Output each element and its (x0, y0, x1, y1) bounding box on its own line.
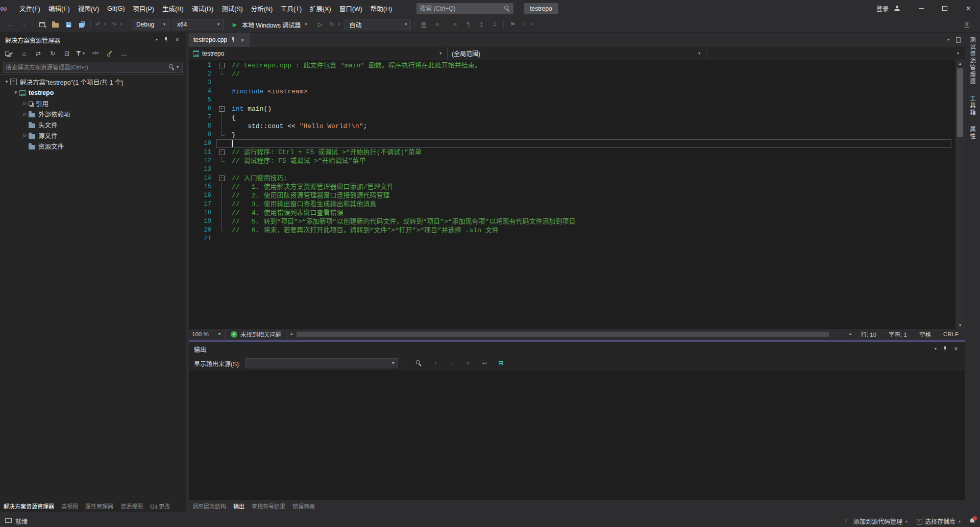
line-number[interactable]: 6 (189, 105, 215, 113)
right-tool-tab-2[interactable]: 属性 (968, 126, 976, 140)
fold-toggle-icon[interactable]: - (219, 63, 225, 68)
menu-item-11[interactable]: 窗口(W) (335, 0, 366, 17)
tree-item-header-files[interactable]: 头文件 (0, 119, 186, 130)
left-dock-tab-0[interactable]: 解决方案资源管理器 (0, 502, 58, 510)
line-number[interactable]: 7 (189, 113, 215, 122)
code-line-8[interactable]: 8 std::cout << "Hello World!\n"; (189, 122, 965, 131)
find-message-button[interactable] (413, 357, 425, 369)
filter-button[interactable]: ▾ (75, 47, 87, 60)
line-number[interactable]: 15 (189, 183, 215, 191)
sync-with-active-document-button[interactable]: ⇄ (32, 47, 44, 60)
code-line-12[interactable]: 12// 调试程序: F5 或调试 >“开始调试”菜单 (189, 157, 965, 165)
line-ops-button[interactable]: ≡ (449, 18, 461, 31)
search-options-caret-icon[interactable]: ▾ (175, 63, 180, 72)
fold-toggle-icon[interactable]: - (219, 149, 225, 155)
new-project-button[interactable] (36, 18, 48, 31)
code-line-5[interactable]: 5 (189, 96, 965, 105)
panel-tab-0[interactable]: 调用层次结构 (189, 502, 230, 510)
scope-dropdown[interactable]: (全局范围) ▾ (448, 47, 706, 60)
pin-panel-icon[interactable] (163, 37, 168, 43)
next-bookmark-button[interactable]: ↧ (488, 18, 501, 31)
scroll-right-icon[interactable]: ▸ (846, 330, 854, 339)
window-position-icon[interactable]: ▾ (933, 344, 938, 354)
save-all-button[interactable] (76, 18, 88, 31)
menu-item-4[interactable]: 项目(P) (129, 0, 158, 17)
close-button[interactable]: × (957, 0, 980, 17)
code-line-19[interactable]: 19// 5. 转到“项目”>“添加新项”以创建新的代码文件，或转到“项目”>“… (189, 217, 965, 226)
code-line-20[interactable]: 20// 6. 将来，若要再次打开此项目，请转到“文件”>“打开”>“项目”并选… (189, 226, 965, 235)
code-line-4[interactable]: 4#include <iostream> (189, 87, 965, 96)
clear-bookmarks-button[interactable]: ⚐▾ (520, 18, 535, 31)
menu-item-1[interactable]: 编辑(E) (44, 0, 74, 17)
window-position-icon[interactable]: ▾ (154, 35, 159, 44)
code-line-17[interactable]: 17// 3. 使用输出窗口查看生成输出和其他消息 (189, 200, 965, 209)
navigate-forward-button[interactable]: → (18, 18, 30, 31)
pin-panel-icon[interactable] (942, 346, 947, 352)
global-search-input[interactable] (420, 5, 504, 12)
line-number[interactable]: 13 (189, 165, 215, 174)
code-editor[interactable]: 1-// testrepo.cpp : 此文件包含 "main" 函数。程序执行… (189, 60, 965, 329)
switch-views-button[interactable]: ▾ (4, 47, 16, 60)
code-line-11[interactable]: 11-// 运行程序: Ctrl + F5 或调试 >“开始执行(不调试)”菜单 (189, 148, 965, 157)
close-panel-icon[interactable]: × (173, 35, 182, 44)
document-list-dropdown-icon[interactable]: ▾ (946, 35, 951, 44)
tree-expander-icon[interactable]: ▼ (3, 80, 10, 84)
user-profile-icon[interactable] (894, 6, 900, 12)
line-number[interactable]: 19 (189, 217, 215, 226)
line-number[interactable]: 18 (189, 209, 215, 217)
solution-platform-combo[interactable]: x64▾ (173, 19, 224, 30)
scroll-down-icon[interactable]: ▾ (955, 322, 965, 329)
menu-item-12[interactable]: 帮助(H) (366, 0, 396, 17)
line-number[interactable]: 11 (189, 148, 215, 157)
line-number[interactable]: 8 (189, 122, 215, 131)
scroll-up-icon[interactable]: ▴ (955, 60, 965, 67)
tree-item-source-files[interactable]: ▷源文件 (0, 130, 186, 141)
editor-options-icon[interactable] (956, 37, 961, 43)
previous-message-button[interactable]: ↑ (429, 357, 442, 369)
output-source-combo[interactable]: ▾ (245, 358, 398, 368)
toggle-word-wrap-button[interactable]: ↩ (478, 357, 491, 369)
code-line-15[interactable]: 15// 1. 使用解决方案资源管理器窗口添加/管理文件 (189, 183, 965, 191)
code-line-6[interactable]: 6-int main() (189, 105, 965, 113)
line-number[interactable]: 4 (189, 87, 215, 96)
code-line-16[interactable]: 16// 2. 使用团队资源管理器窗口连接到源代码管理 (189, 191, 965, 200)
document-tab[interactable]: testrepo.cpp × (189, 33, 250, 47)
line-number[interactable]: 9 (189, 131, 215, 139)
member-dropdown[interactable]: ▾ (706, 47, 965, 60)
redo-button[interactable]: ↷▾ (110, 18, 125, 31)
zoom-select[interactable]: 100 % ▾ (189, 329, 226, 339)
menu-item-9[interactable]: 工具(T) (277, 0, 306, 17)
start-without-debugging-button[interactable]: ▷ (314, 18, 326, 31)
code-line-3[interactable]: 3 (189, 79, 965, 87)
line-number[interactable]: 5 (189, 96, 215, 105)
select-repository-button[interactable]: 选择存储库▴ (917, 517, 961, 525)
minimize-button[interactable] (910, 0, 933, 17)
menu-item-2[interactable]: 视图(V) (74, 0, 104, 17)
find-in-files-button[interactable]: ≡ (431, 18, 443, 31)
tree-item-external-dependencies[interactable]: ▷外部依赖项 (0, 109, 186, 119)
line-number[interactable]: 2 (189, 70, 215, 79)
view-code-button[interactable]: </> (89, 47, 102, 60)
line-number[interactable]: 14 (189, 174, 215, 183)
right-tool-tab-0[interactable]: 测试资源管理器 (968, 37, 976, 85)
editor-vertical-scrollbar[interactable]: ▴ ▾ (955, 60, 965, 329)
home-button[interactable]: ⌂ (18, 47, 30, 60)
code-line-2[interactable]: 2// (189, 70, 965, 79)
block-ops-button[interactable]: ¶ (462, 18, 474, 31)
maximize-button[interactable] (933, 0, 957, 17)
line-number[interactable]: 20 (189, 226, 215, 235)
code-line-7[interactable]: 7{ (189, 113, 965, 122)
scrollbar-thumb[interactable] (957, 68, 963, 137)
clear-all-button[interactable]: × (462, 357, 474, 369)
scroll-left-icon[interactable]: ◂ (287, 330, 296, 339)
solution-configuration-combo[interactable]: Debug▾ (132, 19, 169, 30)
more-options-button[interactable]: … (118, 47, 130, 60)
menu-item-8[interactable]: 分析(N) (247, 0, 277, 17)
start-debugging-button[interactable]: ▶本地 Windows 调试器▾ (226, 18, 312, 31)
left-dock-tab-2[interactable]: 属性管理器 (82, 502, 117, 510)
solution-name-chip[interactable]: testrepo (524, 3, 558, 14)
menu-item-7[interactable]: 测试(S) (217, 0, 247, 17)
spaces-indicator[interactable]: 空格 (913, 330, 937, 338)
next-message-button[interactable]: ↓ (446, 357, 458, 369)
show-output-grid-button[interactable]: ⊞ (495, 357, 507, 369)
